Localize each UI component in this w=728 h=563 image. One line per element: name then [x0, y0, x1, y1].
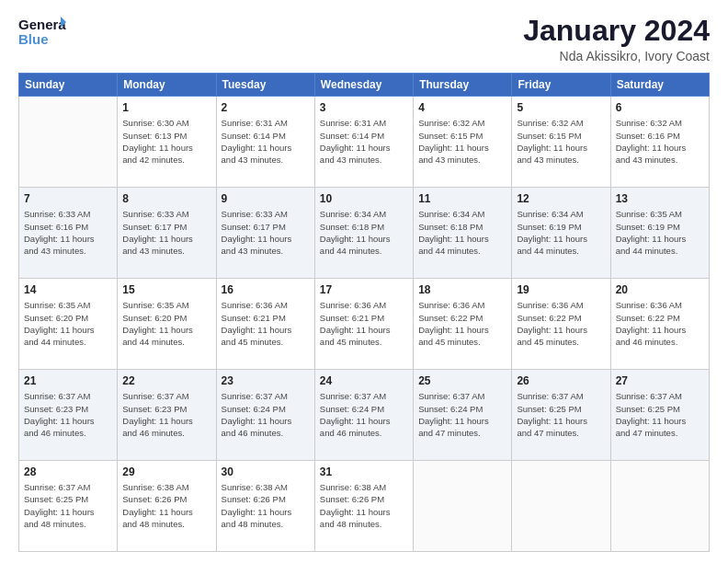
day-number: 6	[616, 100, 704, 115]
day-number: 8	[122, 191, 210, 206]
svg-text:General: General	[18, 17, 66, 32]
calendar-week-row: 21Sunrise: 6:37 AMSunset: 6:23 PMDayligh…	[19, 370, 710, 461]
day-info: Sunrise: 6:36 AMSunset: 6:22 PMDaylight:…	[616, 299, 704, 348]
calendar-cell	[610, 461, 709, 552]
day-info: Sunrise: 6:37 AMSunset: 6:24 PMDaylight:…	[222, 390, 310, 439]
day-number: 20	[616, 282, 704, 297]
calendar-cell: 30Sunrise: 6:38 AMSunset: 6:26 PMDayligh…	[216, 461, 314, 552]
calendar-cell: 27Sunrise: 6:37 AMSunset: 6:25 PMDayligh…	[610, 370, 709, 461]
calendar-cell: 21Sunrise: 6:37 AMSunset: 6:23 PMDayligh…	[19, 370, 118, 461]
day-info: Sunrise: 6:32 AMSunset: 6:15 PMDaylight:…	[517, 117, 605, 166]
day-number: 1	[122, 100, 210, 115]
day-number: 10	[320, 191, 408, 206]
calendar-cell: 8Sunrise: 6:33 AMSunset: 6:17 PMDaylight…	[118, 188, 216, 279]
day-info: Sunrise: 6:37 AMSunset: 6:24 PMDaylight:…	[418, 390, 506, 439]
calendar-cell: 2Sunrise: 6:31 AMSunset: 6:14 PMDaylight…	[216, 97, 314, 188]
day-info: Sunrise: 6:32 AMSunset: 6:16 PMDaylight:…	[616, 117, 704, 166]
day-info: Sunrise: 6:38 AMSunset: 6:26 PMDaylight:…	[222, 481, 310, 530]
day-info: Sunrise: 6:32 AMSunset: 6:15 PMDaylight:…	[418, 117, 506, 166]
day-number: 9	[222, 191, 310, 206]
calendar-cell: 6Sunrise: 6:32 AMSunset: 6:16 PMDaylight…	[610, 97, 709, 188]
calendar-cell: 24Sunrise: 6:37 AMSunset: 6:24 PMDayligh…	[314, 370, 413, 461]
day-header-sunday: Sunday	[19, 74, 118, 97]
page: GeneralBlue January 2024 Nda Akissikro, …	[0, 0, 728, 563]
day-info: Sunrise: 6:31 AMSunset: 6:14 PMDaylight:…	[320, 117, 408, 166]
calendar-cell: 26Sunrise: 6:37 AMSunset: 6:25 PMDayligh…	[512, 370, 610, 461]
calendar-cell: 22Sunrise: 6:37 AMSunset: 6:23 PMDayligh…	[118, 370, 216, 461]
day-number: 24	[320, 373, 408, 388]
day-info: Sunrise: 6:33 AMSunset: 6:17 PMDaylight:…	[222, 208, 310, 257]
calendar-cell: 14Sunrise: 6:35 AMSunset: 6:20 PMDayligh…	[19, 279, 118, 370]
calendar-cell: 12Sunrise: 6:34 AMSunset: 6:19 PMDayligh…	[512, 188, 610, 279]
title-area: January 2024 Nda Akissikro, Ivory Coast	[523, 15, 710, 63]
day-number: 17	[320, 282, 408, 297]
day-number: 3	[320, 100, 408, 115]
day-header-monday: Monday	[118, 74, 216, 97]
day-number: 13	[616, 191, 704, 206]
day-info: Sunrise: 6:37 AMSunset: 6:25 PMDaylight:…	[24, 481, 112, 530]
calendar-cell: 4Sunrise: 6:32 AMSunset: 6:15 PMDaylight…	[414, 97, 512, 188]
day-number: 18	[418, 282, 506, 297]
day-info: Sunrise: 6:37 AMSunset: 6:25 PMDaylight:…	[517, 390, 605, 439]
day-info: Sunrise: 6:37 AMSunset: 6:23 PMDaylight:…	[122, 390, 210, 439]
day-number: 19	[517, 282, 605, 297]
day-number: 11	[418, 191, 506, 206]
calendar-cell: 17Sunrise: 6:36 AMSunset: 6:21 PMDayligh…	[314, 279, 413, 370]
calendar-table: SundayMondayTuesdayWednesdayThursdayFrid…	[18, 73, 710, 552]
day-number: 5	[517, 100, 605, 115]
day-info: Sunrise: 6:35 AMSunset: 6:20 PMDaylight:…	[24, 299, 112, 348]
day-number: 14	[24, 282, 112, 297]
day-header-wednesday: Wednesday	[314, 74, 413, 97]
day-info: Sunrise: 6:37 AMSunset: 6:25 PMDaylight:…	[616, 390, 704, 439]
day-header-saturday: Saturday	[610, 74, 709, 97]
day-number: 21	[24, 373, 112, 388]
calendar-cell: 19Sunrise: 6:36 AMSunset: 6:22 PMDayligh…	[512, 279, 610, 370]
day-info: Sunrise: 6:38 AMSunset: 6:26 PMDaylight:…	[320, 481, 408, 530]
calendar-cell: 20Sunrise: 6:36 AMSunset: 6:22 PMDayligh…	[610, 279, 709, 370]
calendar-cell: 7Sunrise: 6:33 AMSunset: 6:16 PMDaylight…	[19, 188, 118, 279]
day-number: 15	[122, 282, 210, 297]
day-number: 27	[616, 373, 704, 388]
logo: GeneralBlue	[18, 15, 66, 48]
calendar-cell	[512, 461, 610, 552]
day-header-thursday: Thursday	[414, 74, 512, 97]
day-info: Sunrise: 6:36 AMSunset: 6:22 PMDaylight:…	[517, 299, 605, 348]
day-info: Sunrise: 6:34 AMSunset: 6:18 PMDaylight:…	[320, 208, 408, 257]
day-number: 30	[222, 465, 310, 479]
calendar-cell	[19, 97, 118, 188]
calendar-cell: 13Sunrise: 6:35 AMSunset: 6:19 PMDayligh…	[610, 188, 709, 279]
day-info: Sunrise: 6:36 AMSunset: 6:22 PMDaylight:…	[418, 299, 506, 348]
day-header-friday: Friday	[512, 74, 610, 97]
day-number: 22	[122, 373, 210, 388]
calendar-cell: 10Sunrise: 6:34 AMSunset: 6:18 PMDayligh…	[314, 188, 413, 279]
day-info: Sunrise: 6:36 AMSunset: 6:21 PMDaylight:…	[222, 299, 310, 348]
calendar-cell: 31Sunrise: 6:38 AMSunset: 6:26 PMDayligh…	[314, 461, 413, 552]
day-number: 29	[122, 465, 210, 479]
day-number: 25	[418, 373, 506, 388]
calendar-cell: 3Sunrise: 6:31 AMSunset: 6:14 PMDaylight…	[314, 97, 413, 188]
calendar-week-row: 1Sunrise: 6:30 AMSunset: 6:13 PMDaylight…	[19, 97, 710, 188]
day-number: 12	[517, 191, 605, 206]
calendar-cell	[414, 461, 512, 552]
day-number: 23	[222, 373, 310, 388]
day-info: Sunrise: 6:36 AMSunset: 6:21 PMDaylight:…	[320, 299, 408, 348]
calendar-cell: 15Sunrise: 6:35 AMSunset: 6:20 PMDayligh…	[118, 279, 216, 370]
day-number: 28	[24, 465, 112, 479]
day-number: 4	[418, 100, 506, 115]
day-info: Sunrise: 6:34 AMSunset: 6:19 PMDaylight:…	[517, 208, 605, 257]
calendar-cell: 18Sunrise: 6:36 AMSunset: 6:22 PMDayligh…	[414, 279, 512, 370]
main-title: January 2024	[523, 15, 710, 47]
logo-icon: GeneralBlue	[18, 15, 66, 48]
day-info: Sunrise: 6:35 AMSunset: 6:20 PMDaylight:…	[122, 299, 210, 348]
day-info: Sunrise: 6:34 AMSunset: 6:18 PMDaylight:…	[418, 208, 506, 257]
calendar-cell: 1Sunrise: 6:30 AMSunset: 6:13 PMDaylight…	[118, 97, 216, 188]
day-info: Sunrise: 6:33 AMSunset: 6:17 PMDaylight:…	[122, 208, 210, 257]
calendar-cell: 5Sunrise: 6:32 AMSunset: 6:15 PMDaylight…	[512, 97, 610, 188]
calendar-cell: 25Sunrise: 6:37 AMSunset: 6:24 PMDayligh…	[414, 370, 512, 461]
calendar-cell: 11Sunrise: 6:34 AMSunset: 6:18 PMDayligh…	[414, 188, 512, 279]
calendar-cell: 28Sunrise: 6:37 AMSunset: 6:25 PMDayligh…	[19, 461, 118, 552]
calendar-week-row: 28Sunrise: 6:37 AMSunset: 6:25 PMDayligh…	[19, 461, 710, 552]
calendar-cell: 16Sunrise: 6:36 AMSunset: 6:21 PMDayligh…	[216, 279, 314, 370]
day-number: 7	[24, 191, 112, 206]
calendar-week-row: 7Sunrise: 6:33 AMSunset: 6:16 PMDaylight…	[19, 188, 710, 279]
